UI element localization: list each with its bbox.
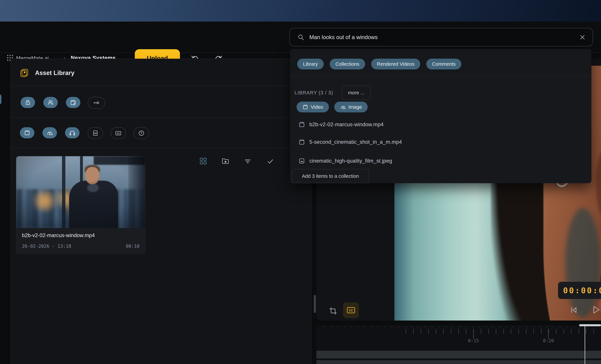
asset-thumbnail[interactable] xyxy=(16,156,145,228)
close-icon[interactable] xyxy=(579,34,586,40)
timeline-label: 0:20 xyxy=(538,338,559,343)
image-type-filter-button[interactable] xyxy=(42,127,57,138)
timeline-dotted-edge xyxy=(323,327,601,327)
search-result-row[interactable]: cinematic_high-quality_film_st.jpeg xyxy=(298,156,583,166)
search-bar[interactable] xyxy=(290,28,593,46)
svg-text:CC: CC xyxy=(349,309,353,312)
filter-chip-library[interactable]: Library xyxy=(297,59,324,70)
timeline-panel[interactable]: 0:15 0:20 xyxy=(316,325,601,364)
asset-filename: b2b-v2-02-marcus-window.mp4 xyxy=(22,233,95,238)
gif-icon: GIF xyxy=(92,130,99,137)
app-window: MergeMate.ai › Nexova Systems Upload Ass… xyxy=(0,0,601,364)
filter-chip-rendered-videos[interactable]: Rendered Videos xyxy=(371,59,420,70)
timecode-value: 00:00:0 xyxy=(563,286,601,295)
timeline-playhead[interactable] xyxy=(585,325,585,364)
filter-chip-comments[interactable]: Comments xyxy=(426,59,461,70)
asset-library-panel: Asset Library xyxy=(11,59,311,364)
mountains-icon xyxy=(340,104,346,110)
search-filter-chips: Library Collections Rendered Videos Comm… xyxy=(297,59,461,70)
timeline-major-tick xyxy=(548,329,549,339)
people-icon xyxy=(47,99,54,106)
more-button[interactable]: more ... xyxy=(342,86,371,100)
divider xyxy=(11,117,311,118)
play-icon[interactable] xyxy=(591,305,601,314)
image-type-chip[interactable]: Image xyxy=(334,102,368,112)
key-filter-button[interactable] xyxy=(88,97,105,109)
mountains-icon xyxy=(46,129,53,136)
add-to-collection-button[interactable]: Add 3 items to a collection xyxy=(292,169,369,183)
gif-type-filter-button[interactable]: GIF xyxy=(88,127,103,139)
filter-icon[interactable] xyxy=(244,158,251,165)
filter-chip-collections[interactable]: Collections xyxy=(330,59,365,70)
window-top-band xyxy=(0,0,601,21)
divider xyxy=(11,86,311,86)
skip-to-start-icon[interactable] xyxy=(570,306,578,314)
cc-active-icon: CC xyxy=(346,306,356,315)
captions-type-filter-button[interactable]: CC xyxy=(111,127,126,139)
asset-datetime: 26-02-2026 - 13:18 xyxy=(22,243,71,249)
asset-card-info: b2b-v2-02-marcus-window.mp4 26-02-2026 -… xyxy=(16,228,145,254)
lock-filter-button[interactable] xyxy=(20,97,35,108)
video-type-filter-button[interactable] xyxy=(20,127,34,138)
people-filter-button[interactable] xyxy=(43,97,58,108)
search-icon xyxy=(297,33,305,41)
slate-edit-filter-button[interactable] xyxy=(66,97,80,108)
thumb-vignette xyxy=(16,156,145,228)
asset-duration: 00:10 xyxy=(126,243,140,249)
check-icon[interactable] xyxy=(266,158,274,165)
audio-type-filter-button[interactable] xyxy=(65,127,80,138)
vertical-scrollbar[interactable] xyxy=(314,295,316,313)
divider xyxy=(11,148,311,148)
asset-card[interactable]: b2b-v2-02-marcus-window.mp4 26-02-2026 -… xyxy=(16,156,145,254)
key-icon xyxy=(93,100,100,106)
timeline-track[interactable] xyxy=(316,360,601,364)
grid-view-icon[interactable] xyxy=(199,157,207,165)
folder-star-icon[interactable] xyxy=(221,157,229,165)
library-count-label: LIBRARY (3 / 3) xyxy=(294,90,333,96)
lock-icon xyxy=(24,99,31,106)
result-filename: 5-second_cinematic_shot_in_a_m.mp4 xyxy=(309,139,402,145)
clapperboard-icon xyxy=(298,121,305,128)
search-result-row[interactable]: b2b-v2-02-marcus-window.mp4 xyxy=(298,120,583,130)
video-jaw-shadow xyxy=(565,208,600,318)
chip-label: Image xyxy=(349,104,362,110)
svg-text:?: ? xyxy=(140,131,142,135)
video-type-chip[interactable]: Video xyxy=(297,102,329,112)
headphones-icon xyxy=(69,129,76,136)
divider xyxy=(290,75,591,75)
timeline-track[interactable] xyxy=(316,351,601,358)
svg-text:GIF: GIF xyxy=(94,132,97,134)
slate-edit-icon xyxy=(70,99,77,106)
crop-icon[interactable] xyxy=(329,307,337,315)
chip-label: Video xyxy=(311,104,323,110)
library-section-header: LIBRARY (3 / 3) more ... xyxy=(294,86,371,100)
clapperboard-icon xyxy=(24,129,30,136)
question-icon: ? xyxy=(138,130,145,137)
timeline-label: 0:15 xyxy=(463,338,484,343)
edge-toolbar-sliver xyxy=(0,94,1,104)
result-filename: b2b-v2-02-marcus-window.mp4 xyxy=(309,121,384,128)
timeline-major-tick xyxy=(473,329,474,339)
divider xyxy=(294,77,587,78)
result-type-chips: Video Image xyxy=(297,102,368,112)
captions-toggle-button[interactable]: CC xyxy=(343,302,359,318)
timecode-badge: 00:00:0 xyxy=(558,282,601,299)
image-file-icon xyxy=(298,157,305,164)
clapperboard-icon xyxy=(302,104,308,110)
result-filename: cinematic_high-quality_film_st.jpeg xyxy=(309,158,392,164)
search-results-dropdown: Library Collections Rendered Videos Comm… xyxy=(290,49,591,183)
panel-title: Asset Library xyxy=(35,70,74,77)
search-input[interactable] xyxy=(309,34,579,40)
asset-library-header: Asset Library xyxy=(20,69,74,77)
timeline-scrollbar[interactable] xyxy=(579,324,601,326)
asset-library-icon xyxy=(20,69,29,77)
timeline-ruler-ticks xyxy=(406,329,601,334)
svg-text:CC: CC xyxy=(117,132,120,135)
help-filter-button[interactable]: ? xyxy=(134,127,149,139)
cc-icon: CC xyxy=(115,130,122,137)
search-result-row[interactable]: 5-second_cinematic_shot_in_a_m.mp4 xyxy=(298,137,583,147)
clapperboard-icon xyxy=(298,139,305,146)
